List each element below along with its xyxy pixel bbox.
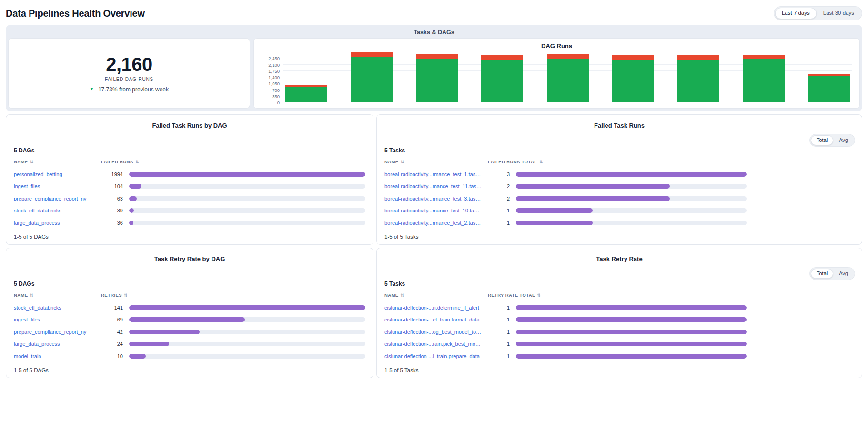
task-retry-rate-toggle-avg[interactable]: Avg <box>833 269 854 279</box>
row-name-link[interactable]: personalized_betting <box>14 171 95 177</box>
row-bar-fill <box>516 342 747 346</box>
column-header-value[interactable]: RETRIES⇅ <box>101 292 365 298</box>
dag-runs-bar[interactable] <box>677 55 719 102</box>
bar-segment-success <box>481 60 523 102</box>
count-label: 5 Tasks <box>384 147 854 154</box>
bar-segment-success <box>351 57 393 102</box>
row-name-link[interactable]: ingest_files <box>14 317 95 322</box>
row-bar-track <box>129 184 365 189</box>
row-bar-track <box>129 172 365 177</box>
row-name-link[interactable]: stock_etl_databricks <box>14 208 95 213</box>
row-name-link[interactable]: cislunar-deflection-...el_train.format_d… <box>384 317 482 322</box>
dag-runs-bar[interactable] <box>612 55 654 102</box>
row-name-link[interactable]: boreal-radioactivity...rmance_test_2.tas… <box>384 220 482 226</box>
card-title: Task Retry Rate <box>384 248 854 262</box>
row-bar-fill <box>516 317 747 322</box>
row-name-link[interactable]: prepare_compliance_report_ny <box>14 329 95 335</box>
column-header-value[interactable]: FAILED RUNS TOTAL⇅ <box>488 159 854 164</box>
sort-icon: ⇅ <box>30 160 34 164</box>
table-row: cislunar-deflection-...n.determine_if_al… <box>384 301 854 314</box>
row-name-link[interactable]: model_train <box>14 353 95 359</box>
row-bar-track <box>516 184 747 189</box>
table-row: personalized_betting1994 <box>14 168 365 181</box>
dag-runs-bar[interactable] <box>743 55 785 102</box>
row-bar-track <box>516 172 747 177</box>
dag-runs-bar[interactable] <box>416 54 458 102</box>
row-value: 42 <box>101 329 123 335</box>
row-bar-track <box>129 221 365 225</box>
row-name-link[interactable]: cislunar-deflection-...l_train.prepare_d… <box>384 353 482 359</box>
column-header-value[interactable]: FAILED RUNS⇅ <box>101 159 365 164</box>
middle-cards-row: Failed Task Runs by DAG5 DAGsNAME⇅FAILED… <box>6 114 862 245</box>
bar-segment-success <box>416 59 458 102</box>
row-bar-track <box>516 342 747 346</box>
row-name-link[interactable]: boreal-radioactivity...mance_test_11.tas… <box>384 183 482 189</box>
stat-delta-text: -17.73% from previous week <box>96 86 169 93</box>
task-retry-rate-toggle-total[interactable]: Total <box>811 269 833 279</box>
bar-segment-failed <box>743 55 785 59</box>
row-name-link[interactable]: cislunar-deflection-...rain.pick_best_mo… <box>384 341 482 347</box>
failed-task-runs-toggle-avg[interactable]: Avg <box>833 135 854 145</box>
sort-icon: ⇅ <box>135 160 139 164</box>
row-name-link[interactable]: large_data_process <box>14 220 95 226</box>
dag-runs-chart-card: DAG Runs 2,4502,1001,7501,4001,050700350… <box>253 38 860 109</box>
dag-runs-bar[interactable] <box>808 74 850 102</box>
dag-runs-bar[interactable] <box>481 55 523 102</box>
table-row: large_data_process36 <box>14 217 365 229</box>
stat-delta: ▼ -17.73% from previous week <box>90 86 169 93</box>
table-row: boreal-radioactivity...mance_test_11.tas… <box>384 181 854 193</box>
row-name-link[interactable]: prepare_compliance_report_ny <box>14 196 95 201</box>
table-row: boreal-radioactivity...mance_test_10.tas… <box>384 205 854 217</box>
dag-runs-bar[interactable] <box>547 54 589 102</box>
column-header-name[interactable]: NAME⇅ <box>14 292 95 298</box>
row-name-link[interactable]: ingest_files <box>14 183 95 189</box>
sort-icon: ⇅ <box>537 293 541 298</box>
row-bar-track <box>516 305 747 310</box>
task-retry-rate-mode-toggle: TotalAvg <box>809 267 855 280</box>
row-bar-fill <box>516 172 747 177</box>
table-header: NAME⇅FAILED RUNS⇅ <box>14 159 365 168</box>
row-value: 69 <box>101 317 123 322</box>
failed-task-runs-toggle-total[interactable]: Total <box>811 135 833 145</box>
row-value: 2 <box>488 196 510 201</box>
dag-runs-bar[interactable] <box>285 85 327 102</box>
bar-segment-failed <box>677 55 719 59</box>
row-value: 1 <box>488 317 510 322</box>
page-header: Data Pipelines Health Overview Last 7 da… <box>6 5 862 22</box>
failed-task-runs-mode-toggle: TotalAvg <box>809 134 855 147</box>
time-range-option-last-7-days[interactable]: Last 7 days <box>775 8 817 19</box>
row-bar-fill <box>129 196 137 201</box>
row-bar-track <box>129 196 365 201</box>
dag-runs-bar[interactable] <box>351 52 393 102</box>
pagination-label: 1-5 of 5 Tasks <box>377 229 862 244</box>
column-header-label: RETRIES <box>101 292 122 298</box>
column-header-label: NAME <box>384 159 399 164</box>
row-value: 2 <box>488 183 510 189</box>
row-bar-track <box>129 342 365 346</box>
row-name-link[interactable]: boreal-radioactivity...mance_test_10.tas… <box>384 208 482 213</box>
card-title: Task Retry Rate by DAG <box>14 248 365 262</box>
row-bar-track <box>516 208 747 213</box>
row-name-link[interactable]: large_data_process <box>14 341 95 347</box>
row-name-link[interactable]: boreal-radioactivity...rmance_test_1.tas… <box>384 171 482 177</box>
row-bar-fill <box>129 221 133 225</box>
row-bar-track <box>129 208 365 213</box>
column-header-name[interactable]: NAME⇅ <box>384 292 482 298</box>
chart-y-axis: 2,4502,1001,7501,4001,0507003500 <box>262 52 283 102</box>
column-header-label: NAME <box>384 292 399 298</box>
count-label: 5 Tasks <box>384 281 854 287</box>
y-axis-tick-label: 1,750 <box>268 68 280 73</box>
row-bar-track <box>516 196 747 201</box>
dag-runs-bars <box>285 52 850 102</box>
row-name-link[interactable]: stock_etl_databricks <box>14 305 95 311</box>
row-name-link[interactable]: cislunar-deflection-...n.determine_if_al… <box>384 305 482 311</box>
row-name-link[interactable]: boreal-radioactivity...rmance_test_3.tas… <box>384 196 482 201</box>
row-bar-track <box>516 221 747 225</box>
column-header-name[interactable]: NAME⇅ <box>14 159 95 164</box>
time-range-option-last-30-days[interactable]: Last 30 days <box>817 8 861 19</box>
bar-segment-failed <box>481 55 523 60</box>
column-header-name[interactable]: NAME⇅ <box>384 159 482 164</box>
column-header-value[interactable]: RETRY RATE TOTAL⇅ <box>488 292 854 298</box>
table-row: prepare_compliance_report_ny63 <box>14 192 365 205</box>
row-name-link[interactable]: cislunar-deflection-...og_best_model_to_… <box>384 329 482 335</box>
